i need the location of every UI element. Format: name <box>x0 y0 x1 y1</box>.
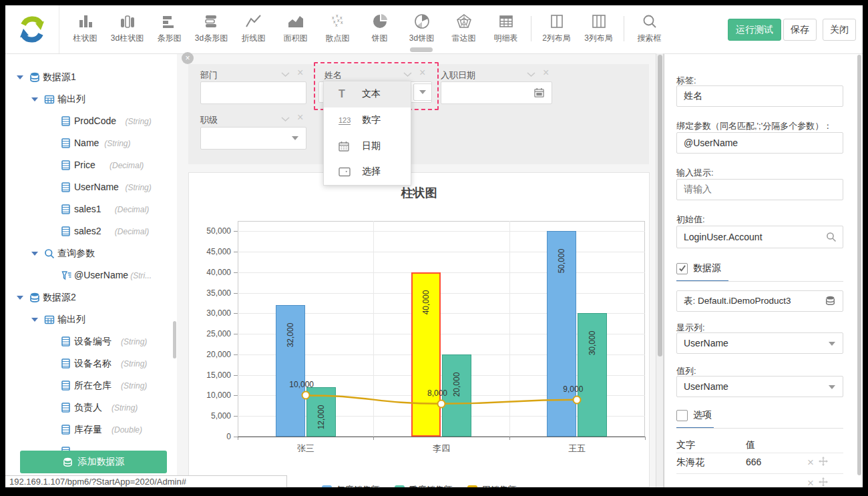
tree-expand-arrow-icon[interactable] <box>17 296 23 300</box>
tool-scatter-chart[interactable]: xxxxxxx 散点图 <box>316 11 359 51</box>
remove-field-rank-icon[interactable]: × <box>297 113 303 122</box>
chart-widget[interactable]: 柱状图 05,00010,00015,00020,00025,00030,000… <box>188 172 650 487</box>
tool-label: 折线图 <box>242 33 266 44</box>
tree-node-ProdCode[interactable]: ProdCode(String) <box>5 113 172 130</box>
tree-node-库存量[interactable]: 库存量(Double) <box>5 422 172 438</box>
chevron-down-icon[interactable] <box>403 72 412 77</box>
chevron-down-icon[interactable] <box>281 117 290 122</box>
tree-expand-arrow-icon[interactable] <box>31 97 38 101</box>
initial-value-input[interactable] <box>676 226 843 248</box>
rank-select[interactable] <box>200 127 306 150</box>
tool-radar-chart[interactable]: 雷达图 <box>443 11 485 51</box>
tree-expand-arrow-icon[interactable] <box>31 318 38 322</box>
tree-node-@UserName[interactable]: @UserName(Stri... <box>5 268 172 284</box>
tree-node-sales1[interactable]: sales1(Decimal) <box>5 202 172 218</box>
label-input[interactable] <box>676 85 843 107</box>
dept-input[interactable] <box>200 81 306 104</box>
datasource-checkbox[interactable]: 数据源 <box>676 262 721 274</box>
scrollbar-thumb[interactable] <box>658 55 662 356</box>
tree-node-输出列[interactable]: 输出列 <box>5 91 172 107</box>
tree-node-Name[interactable]: Name(String) <box>5 136 172 152</box>
tree-node-设备编号[interactable]: 设备编号(String) <box>5 334 172 350</box>
tree-node-sales2[interactable]: sales2(Decimal) <box>5 224 172 240</box>
tool-hbar3d-chart[interactable]: 3d条形图 <box>190 11 232 51</box>
pie-chart-icon <box>372 11 388 29</box>
tool-label: 面积图 <box>284 33 308 44</box>
canvas-vertical-scrollbar[interactable] <box>656 53 664 487</box>
table-ref-field[interactable]: 表: Default.iDemoProduct3 <box>676 290 843 312</box>
tree-node-label: 设备编号 <box>74 336 112 348</box>
database-icon[interactable] <box>825 296 836 306</box>
run-test-button[interactable]: 运行测试 <box>728 19 781 41</box>
tool-detail-table[interactable]: 明细表 <box>485 11 527 51</box>
option-row-text[interactable]: 朱海花 <box>676 457 704 469</box>
type-menu-item-date[interactable]: 日期 <box>324 133 411 159</box>
sidebar-scrollbar[interactable] <box>173 321 176 358</box>
remove-field-name-icon[interactable]: × <box>419 68 425 77</box>
app-logo[interactable] <box>5 5 59 53</box>
type-menu-item-text[interactable]: T 文本 <box>324 81 411 107</box>
tree-node-查询参数[interactable]: 查询参数 <box>5 246 172 262</box>
panel-close-icon[interactable]: × <box>182 52 194 64</box>
tool-hbar-chart[interactable]: 条形图 <box>148 11 190 51</box>
datasource-tree-panel: 数据源1输出列ProdCode(String)Name(String)Price… <box>5 53 178 487</box>
tree-node-Price[interactable]: Price(Decimal) <box>5 158 172 174</box>
tree-node-输出列[interactable]: 输出列 <box>5 312 172 328</box>
tool-search[interactable]: 搜索框 <box>628 11 670 51</box>
tool-pie3d-chart[interactable]: 3d饼图 <box>401 11 443 51</box>
tree-node-数据源1[interactable]: 数据源1 <box>5 69 172 85</box>
tree-node-数据源2[interactable]: 数据源2 <box>5 290 172 306</box>
tree-expand-arrow-icon[interactable] <box>31 252 38 256</box>
tree-node-UserName[interactable]: UserName(String) <box>5 180 172 196</box>
type-menu-item-number[interactable]: 123 数字 <box>324 107 411 134</box>
chevron-down-icon[interactable] <box>281 72 290 77</box>
value-col-select[interactable]: UserName <box>676 376 843 397</box>
tool-area-chart[interactable]: 面积图 <box>274 11 316 51</box>
tool-bar3d-chart[interactable]: 3d柱状图 <box>106 11 148 51</box>
tree-node-所在仓库[interactable]: 所在仓库(String) <box>5 378 172 394</box>
save-button[interactable]: 保存 <box>783 19 817 41</box>
date-type-icon <box>339 141 356 152</box>
chevron-down-icon[interactable] <box>527 72 535 77</box>
bind-param-caption: 绑定参数（同名匹配,';'分隔多个参数）： <box>676 120 832 132</box>
line-value-label: 10,000 <box>289 380 314 389</box>
type-menu-label: 数字 <box>362 114 381 126</box>
remove-field-dept-icon[interactable]: × <box>297 68 303 77</box>
move-row-icon[interactable] <box>819 457 828 469</box>
type-menu-item-select[interactable]: 选择 <box>324 159 411 185</box>
table-grid-icon <box>44 94 55 107</box>
tool-line-chart[interactable]: 折线图 <box>232 11 274 51</box>
input-hint-input[interactable] <box>676 179 843 200</box>
remove-field-hire-date-icon[interactable]: × <box>543 68 549 77</box>
options-checkbox[interactable]: 选项 <box>676 409 712 421</box>
tool-layout-2col[interactable]: 2列布局 <box>535 11 578 51</box>
field-label-name: 姓名 <box>324 69 342 81</box>
display-col-select[interactable]: UserName <box>676 332 843 354</box>
close-button[interactable]: 关闭 <box>823 19 856 41</box>
search-icon[interactable] <box>826 232 837 242</box>
inspector-scrollbar[interactable] <box>857 55 861 475</box>
tool-label: 柱状图 <box>73 33 97 44</box>
tree-node-负责人[interactable]: 负责人(String) <box>5 400 172 416</box>
tool-bar-chart[interactable]: 柱状图 <box>64 11 106 51</box>
delete-row-icon[interactable]: × <box>807 458 814 467</box>
name-combo-dropdown-button[interactable] <box>413 83 432 101</box>
line-point-王五[interactable] <box>573 395 582 404</box>
line-point-张三[interactable] <box>301 391 310 400</box>
calendar-icon[interactable] <box>534 87 544 97</box>
tree-node-type: (String) <box>121 359 147 368</box>
tree-expand-arrow-icon[interactable] <box>17 75 23 79</box>
bind-param-input[interactable] <box>676 132 843 154</box>
canvas-horizontal-scrollbar[interactable] <box>410 47 433 52</box>
tool-layout-3col[interactable]: 3列布局 <box>578 11 620 51</box>
caret-down-icon <box>292 136 298 140</box>
tool-label: 明细表 <box>494 33 518 44</box>
option-row-value[interactable]: 666 <box>746 457 761 467</box>
tree-node-设备名称[interactable]: 设备名称(String) <box>5 356 172 372</box>
tool-pie-chart[interactable]: 饼图 <box>359 11 401 51</box>
detail-table-icon <box>498 11 514 29</box>
add-datasource-button[interactable]: 添加数据源 <box>20 451 167 473</box>
delete-row-icon[interactable]: × <box>807 479 814 487</box>
move-row-icon[interactable] <box>819 477 828 487</box>
line-point-李四[interactable] <box>437 399 446 408</box>
